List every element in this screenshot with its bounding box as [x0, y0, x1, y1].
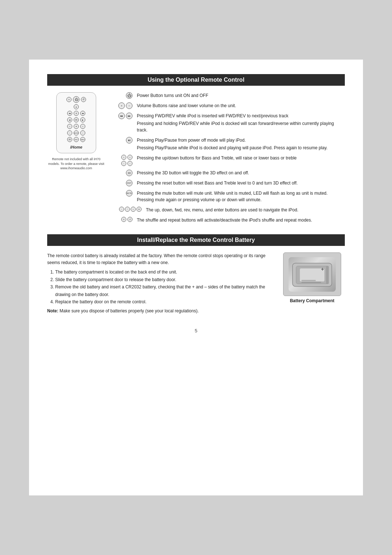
desc-reset-text: Pressing the reset button will reset Bas…	[137, 180, 345, 186]
remote-note: Remote not included with all iH70 models…	[47, 157, 105, 171]
icon-vol-dn: −	[126, 102, 132, 109]
icon-repeat: ↺	[127, 217, 132, 222]
icon-nav-plus: +	[131, 207, 136, 212]
icon-playpause: ⏯	[126, 137, 132, 143]
remote-diagram: ✕ ⏻ ↺ ▲ ⏮ ⏸ ⏭ ◀ OK ▶	[56, 92, 96, 153]
install-step-3: Remove the old battery and insert a CR20…	[55, 283, 272, 298]
desc-navigate-icons: ↓ ↑ + ▼	[113, 207, 142, 212]
remote-btn-treb-dn: −	[80, 130, 85, 135]
battery-image-container: + Battery Compartment	[279, 252, 345, 317]
remote-brand-label: iHome	[70, 145, 82, 149]
icon-nav-down: ▼	[136, 207, 142, 212]
desc-bass-treble-text: Pressing the up/down buttons for Bass an…	[137, 155, 345, 161]
desc-reset: RST Pressing the reset button will reset…	[113, 180, 345, 186]
remote-btn-rev: ⏮	[67, 111, 72, 116]
desc-playpause: ⏯ Pressing Play/Pause from power off mod…	[113, 137, 345, 151]
desc-shuffle-repeat-text: The shuffle and repeat buttons will acti…	[137, 217, 345, 223]
desc-fwdrev: ⏮ ⏭ Pressing FWD/REV while iPod is inser…	[113, 113, 345, 133]
desc-bass-treble-icons: + + − −	[113, 155, 132, 166]
remote-btn-vol-up-arrow: ▲	[74, 104, 79, 109]
remote-section-header: Using the Optional Remote Control	[47, 74, 345, 86]
remote-btn-vol-down-arrow: ▼	[74, 124, 79, 129]
remote-btn-bass-up: +	[67, 124, 72, 129]
desc-power: ⏻ Power Button turns unit ON and OFF	[113, 92, 345, 99]
desc-fwdrev-text: Pressing FWD/REV while iPod is inserted …	[137, 113, 345, 133]
remote-btn-mute: MUTE	[74, 130, 79, 135]
install-note-text: Make sure you dispose of batteries prope…	[60, 308, 199, 313]
remote-section-title: Using the Optional Remote Control	[148, 77, 245, 83]
remote-btn-repeat: ↺	[81, 97, 86, 102]
desc-mute-text: Pressing the mute button will mute unit.…	[137, 190, 345, 203]
remote-btn-ok: OK	[74, 117, 79, 122]
install-note: Note: Make sure you dispose of batteries…	[47, 308, 272, 315]
install-section-title: Install/Replace the Remote Control Batte…	[137, 237, 255, 243]
install-steps-list: The battery compartment is located on th…	[47, 268, 272, 305]
remote-btn-treb-up: +	[80, 124, 85, 129]
install-section-header: Install/Replace the Remote Control Batte…	[47, 234, 345, 246]
desc-playpause-icons: ⏯	[113, 137, 132, 143]
remote-descriptions: ⏻ Power Button turns unit ON and OFF + −…	[113, 92, 345, 223]
svg-rect-4	[302, 281, 321, 283]
remote-btn-bass-dn: −	[67, 130, 72, 135]
icon-treb-dn: −	[127, 161, 132, 166]
battery-diagram-inner: +	[289, 257, 336, 292]
icon-nav-up: ↑	[125, 207, 130, 212]
remote-btn-menu: MNU	[80, 137, 85, 142]
desc-playpause-text: Pressing Play/Pause from power off mode …	[137, 137, 345, 151]
desc-volume-text: Volume Buttons raise and lower volume on…	[137, 102, 345, 109]
icon-3d: 3D	[126, 170, 132, 176]
remote-btn-reset: RST	[74, 137, 79, 142]
install-step-4: Replace the battery door on the remote c…	[55, 298, 272, 305]
icon-reset: RST	[126, 180, 132, 186]
icon-rev: ⏮	[118, 113, 125, 119]
remote-btn-right: ▶	[80, 117, 85, 122]
desc-power-text: Power Button turns unit ON and OFF	[137, 92, 345, 99]
desc-power-icons: ⏻	[113, 92, 132, 99]
page: Using the Optional Remote Control ✕ ⏻ ↺ …	[29, 60, 363, 495]
desc-reset-icons: RST	[113, 180, 132, 186]
desc-navigate: ↓ ↑ + ▼ The up, down, fwd, rev, menu, an…	[113, 207, 345, 213]
install-intro: The remote control battery is already in…	[47, 252, 272, 266]
desc-3d-text: Pressing the 3D button will toggle the 3…	[137, 170, 345, 176]
remote-section-body: ✕ ⏻ ↺ ▲ ⏮ ⏸ ⏭ ◀ OK ▶	[47, 92, 345, 223]
battery-compartment-label: Battery Compartment	[290, 298, 335, 303]
battery-diagram: +	[283, 252, 341, 296]
desc-3d-icons: 3D	[113, 170, 132, 176]
desc-shuffle-repeat: ✕ ↺ The shuffle and repeat buttons will …	[113, 217, 345, 223]
svg-rect-6	[326, 266, 328, 284]
remote-btn-play: ⏸	[74, 111, 79, 116]
desc-mute-icons: MUTE	[113, 190, 132, 197]
battery-svg: +	[291, 259, 334, 290]
icon-nav-dn: ↓	[119, 207, 124, 212]
install-step-1: The battery compartment is located on th…	[55, 268, 272, 276]
icon-vol-up: +	[118, 102, 125, 109]
svg-text:+: +	[321, 267, 324, 272]
page-number: 5	[47, 328, 345, 333]
desc-bass-treble: + + − − Pressing the up/down buttons for…	[113, 155, 345, 166]
desc-navigate-text: The up, down, fwd, rev, menu, and enter …	[146, 207, 345, 213]
icon-power: ⏻	[126, 92, 132, 99]
remote-image-column: ✕ ⏻ ↺ ▲ ⏮ ⏸ ⏭ ◀ OK ▶	[47, 92, 105, 223]
icon-bass-up: +	[121, 155, 126, 160]
svg-rect-5	[302, 280, 316, 281]
remote-btn-shuffle: ✕	[66, 97, 72, 102]
remote-btn-3d: 3D	[67, 137, 72, 142]
icon-bass-dn: −	[121, 161, 126, 166]
install-step-2: Slide the battery compartment door to re…	[55, 276, 272, 283]
icon-shuffle: ✕	[121, 217, 126, 222]
desc-volume: + − Volume Buttons raise and lower volum…	[113, 102, 345, 109]
icon-treb-up: +	[127, 155, 132, 160]
install-text-area: The remote control battery is already in…	[47, 252, 272, 317]
remote-btn-power: ⏻	[73, 96, 79, 103]
desc-mute: MUTE Pressing the mute button will mute …	[113, 190, 345, 203]
remote-btn-fwd: ⏭	[80, 111, 85, 116]
install-section: Install/Replace the Remote Control Batte…	[47, 234, 345, 317]
install-note-label: Note:	[47, 308, 58, 313]
install-section-body: The remote control battery is already in…	[47, 252, 345, 317]
icon-fwd: ⏭	[126, 113, 132, 119]
desc-fwdrev-icons: ⏮ ⏭	[113, 113, 132, 119]
remote-btn-left: ◀	[67, 117, 72, 122]
icon-mute: MUTE	[126, 190, 132, 197]
desc-volume-icons: + −	[113, 102, 132, 109]
desc-shuffle-repeat-icons: ✕ ↺	[113, 217, 132, 222]
